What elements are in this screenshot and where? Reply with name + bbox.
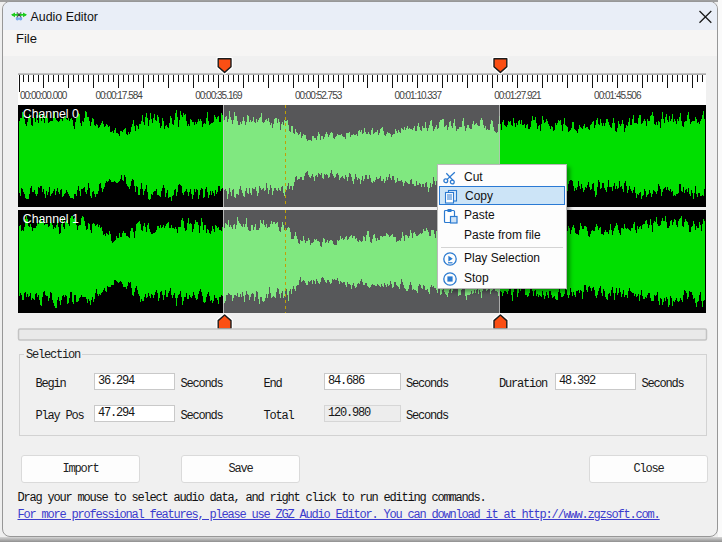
svg-text:00:01:27.921: 00:01:27.921 [494,90,542,101]
svg-text:Channel 1: Channel 1 [23,212,79,226]
svg-text:00:01:10.337: 00:01:10.337 [395,90,443,101]
svg-text:00:01:45.506: 00:01:45.506 [594,90,642,101]
svg-text:00:00:17.584: 00:00:17.584 [96,90,144,101]
svg-text:Channel 0: Channel 0 [23,107,79,121]
svg-text:00:00:00.000: 00:00:00.000 [20,90,68,101]
svg-text:00:00:52.753: 00:00:52.753 [295,90,343,101]
svg-text:00:00:35.169: 00:00:35.169 [195,90,243,101]
